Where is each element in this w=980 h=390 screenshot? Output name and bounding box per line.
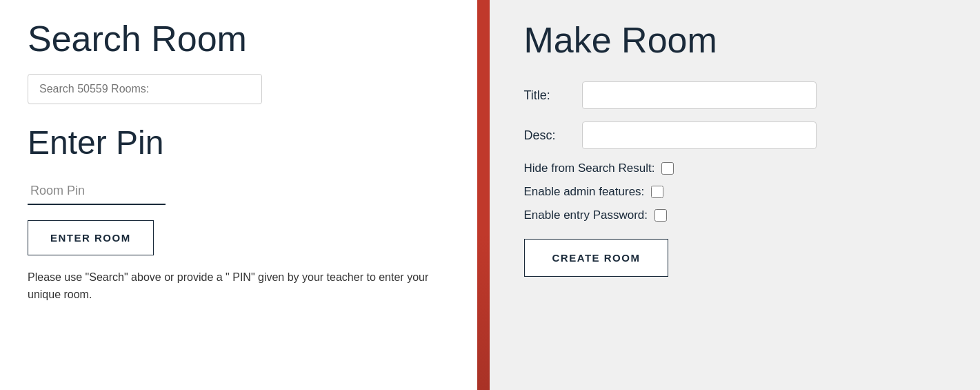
desc-row: Desc: — [524, 121, 946, 149]
desc-label: Desc: — [524, 128, 572, 143]
admin-features-label: Enable admin features: — [524, 185, 645, 199]
search-input[interactable] — [28, 74, 262, 104]
title-input[interactable] — [582, 81, 817, 109]
entry-password-checkbox[interactable] — [654, 209, 667, 222]
make-room-title: Make Room — [524, 19, 946, 61]
admin-features-checkbox[interactable] — [651, 186, 663, 198]
left-panel: Search Room Enter Pin ENTER ROOM Please … — [0, 0, 477, 390]
hint-text: Please use "Search" above or provide a "… — [28, 269, 450, 304]
right-panel: Make Room Title: Desc: Hide from Search … — [490, 0, 981, 390]
pin-input[interactable] — [28, 178, 166, 205]
search-room-title: Search Room — [28, 19, 450, 59]
entry-password-label: Enable entry Password: — [524, 208, 648, 222]
hide-search-checkbox[interactable] — [661, 162, 674, 175]
admin-features-row: Enable admin features: — [524, 185, 946, 199]
title-row: Title: — [524, 81, 946, 109]
vertical-divider — [477, 0, 490, 390]
title-label: Title: — [524, 88, 572, 103]
hide-search-row: Hide from Search Result: — [524, 162, 946, 175]
create-room-button[interactable]: CREATE ROOM — [524, 239, 669, 277]
entry-password-row: Enable entry Password: — [524, 208, 946, 222]
enter-pin-title: Enter Pin — [28, 124, 450, 162]
desc-input[interactable] — [582, 121, 817, 149]
enter-room-button[interactable]: ENTER ROOM — [28, 220, 154, 255]
hide-search-label: Hide from Search Result: — [524, 162, 655, 175]
